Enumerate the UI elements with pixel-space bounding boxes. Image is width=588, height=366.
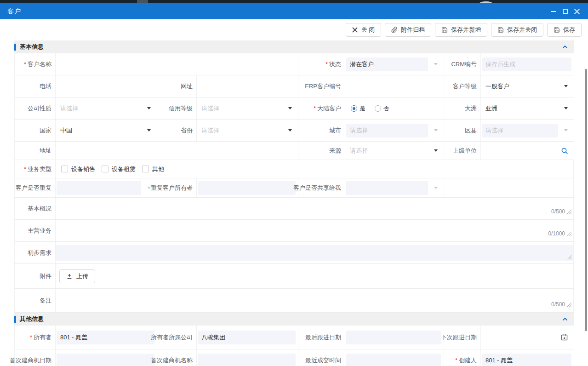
crm-no-input-box[interactable]: 保存后生成 bbox=[482, 57, 571, 71]
shared-to-me-label: 客户是否共享给我 bbox=[298, 178, 345, 197]
is-duplicate-label: 客户是否重复 bbox=[15, 178, 56, 197]
save-and-close-label: 保存并关闭 bbox=[507, 26, 537, 34]
status-select-box[interactable]: 潜在客户 bbox=[346, 57, 428, 71]
is-duplicate-select[interactable] bbox=[56, 178, 157, 197]
phone-input[interactable] bbox=[56, 75, 157, 97]
calendar-icon[interactable] bbox=[560, 333, 568, 341]
collapse-chevron-up-icon[interactable] bbox=[562, 44, 568, 50]
minimize-icon[interactable] bbox=[551, 11, 556, 12]
customer-name-input[interactable] bbox=[56, 53, 298, 75]
close-icon[interactable] bbox=[574, 9, 580, 14]
resize-grip-icon[interactable] bbox=[567, 231, 572, 236]
basic-profile-textarea[interactable]: 0/500 bbox=[56, 198, 574, 219]
phone-label: 电话 bbox=[15, 75, 56, 97]
chevron-down-icon bbox=[434, 187, 438, 189]
attachment-archive-button[interactable]: 附件归档 bbox=[385, 23, 431, 37]
vertical-scrollbar-thumb[interactable] bbox=[585, 69, 587, 331]
website-input[interactable] bbox=[197, 75, 298, 97]
next-follow-date-picker[interactable] bbox=[481, 326, 574, 349]
status-select[interactable]: 潜在客户 bbox=[345, 53, 444, 75]
creator-input-box[interactable]: 801 - 晁盖 bbox=[482, 354, 571, 366]
resize-grip-icon[interactable] bbox=[567, 255, 572, 260]
company-nature-select[interactable]: 请选择 bbox=[56, 97, 157, 119]
form-row: 公司性质 请选择 信用等级 请选择 *大陆客户 是 否 大洲 亚洲 bbox=[14, 97, 574, 120]
is-duplicate-select-box[interactable] bbox=[57, 181, 141, 195]
creator-input[interactable]: 801 - 晁盖 bbox=[481, 349, 574, 366]
owner-company-input-box[interactable]: 八骏集团 bbox=[198, 331, 296, 344]
first-opp-date-box[interactable] bbox=[57, 354, 154, 366]
chevron-down-icon bbox=[147, 107, 151, 109]
checkbox-icon bbox=[61, 166, 68, 172]
last-deal-time-input[interactable] bbox=[345, 349, 444, 366]
radio-yes[interactable]: 是 bbox=[351, 104, 365, 113]
province-label: 省份 bbox=[157, 120, 197, 141]
city-select[interactable]: 请选择 bbox=[345, 120, 444, 141]
dup-owner-input-box[interactable] bbox=[198, 181, 296, 195]
save-and-close-button[interactable]: 保存并关闭 bbox=[491, 23, 543, 37]
form-row: 附件 上传 bbox=[14, 264, 574, 289]
country-select[interactable]: 中国 bbox=[56, 120, 157, 141]
owner-input[interactable]: 801 - 晁盖 bbox=[56, 326, 157, 349]
window-controls bbox=[551, 9, 580, 14]
erp-no-input[interactable] bbox=[345, 75, 444, 97]
first-opp-date-input[interactable] bbox=[56, 349, 157, 366]
chevron-down-icon bbox=[564, 107, 568, 109]
last-follow-date-box[interactable] bbox=[346, 331, 441, 344]
resize-grip-icon[interactable] bbox=[567, 302, 572, 307]
save-and-new-label: 保存并新增 bbox=[451, 26, 481, 34]
upload-button[interactable]: 上传 bbox=[59, 269, 95, 283]
checkbox-equipment-rental[interactable]: 设备租赁 bbox=[102, 165, 136, 173]
chevron-down-icon bbox=[564, 129, 568, 132]
save-button[interactable]: 保存 bbox=[547, 23, 582, 37]
remark-textarea[interactable]: 0/500 bbox=[56, 289, 574, 312]
crm-no-input[interactable]: 保存后生成 bbox=[481, 53, 574, 75]
province-select[interactable]: 请选择 bbox=[197, 120, 298, 141]
collapse-chevron-up-icon[interactable] bbox=[562, 316, 568, 322]
district-select[interactable]: 请选择 bbox=[481, 120, 574, 141]
search-icon[interactable] bbox=[561, 147, 568, 154]
parent-unit-lookup[interactable] bbox=[481, 142, 574, 160]
chevron-down-icon bbox=[147, 187, 151, 189]
maximize-icon[interactable] bbox=[563, 9, 568, 14]
radio-no[interactable]: 否 bbox=[375, 104, 389, 113]
section-accent-bar bbox=[14, 44, 16, 51]
form-row: 客户是否重复 重复客户所有者 客户是否共享给我 bbox=[14, 178, 574, 198]
next-follow-date-label: 下次跟进日期 bbox=[444, 326, 481, 349]
last-follow-date-input[interactable] bbox=[345, 326, 444, 349]
level-select[interactable]: 一般客户 bbox=[481, 75, 574, 97]
address-input[interactable] bbox=[56, 142, 298, 160]
shared-to-me-select-box[interactable] bbox=[346, 181, 428, 195]
business-type-label: *业务类型 bbox=[15, 160, 56, 178]
section-header-other-info: 其他信息 bbox=[14, 313, 574, 326]
main-business-textarea[interactable]: 0/1000 bbox=[56, 220, 574, 241]
shared-to-me-select[interactable] bbox=[345, 178, 444, 197]
initial-demand-textarea[interactable] bbox=[56, 245, 573, 261]
section-title-basic: 基本信息 bbox=[20, 43, 44, 51]
section-header-basic-info: 基本信息 bbox=[14, 40, 574, 53]
first-opp-name-input[interactable] bbox=[197, 349, 298, 366]
form-row: 初步需求 bbox=[14, 242, 574, 264]
chevron-down-icon bbox=[147, 129, 151, 132]
city-select-box[interactable]: 请选择 bbox=[346, 124, 428, 137]
attachment-archive-label: 附件归档 bbox=[401, 26, 425, 34]
source-select[interactable]: 请选择 bbox=[345, 142, 444, 160]
attachment-label: 附件 bbox=[15, 264, 56, 288]
save-and-new-button[interactable]: 保存并新增 bbox=[435, 23, 487, 37]
continent-select[interactable]: 亚洲 bbox=[481, 97, 574, 119]
owner-input-box[interactable]: 801 - 晁盖 bbox=[57, 331, 154, 344]
parent-unit-label: 上级单位 bbox=[444, 142, 481, 160]
last-deal-time-box[interactable] bbox=[346, 354, 441, 366]
first-opp-name-box[interactable] bbox=[198, 354, 296, 366]
credit-select[interactable]: 请选择 bbox=[197, 97, 298, 119]
resize-grip-icon[interactable] bbox=[567, 209, 572, 214]
close-button[interactable]: 关 闭 bbox=[346, 23, 381, 37]
background-tab-divider bbox=[137, 0, 148, 3]
dup-owner-input[interactable] bbox=[197, 178, 298, 197]
background-floating-button bbox=[479, 1, 493, 3]
chevron-down-icon bbox=[434, 149, 438, 152]
district-select-box[interactable]: 请选择 bbox=[482, 124, 558, 137]
owner-company-input[interactable]: 八骏集团 bbox=[197, 326, 298, 349]
checkbox-equipment-sales[interactable]: 设备销售 bbox=[61, 165, 95, 173]
char-counter: 0/1000 bbox=[548, 230, 573, 237]
checkbox-other[interactable]: 其他 bbox=[142, 165, 164, 173]
